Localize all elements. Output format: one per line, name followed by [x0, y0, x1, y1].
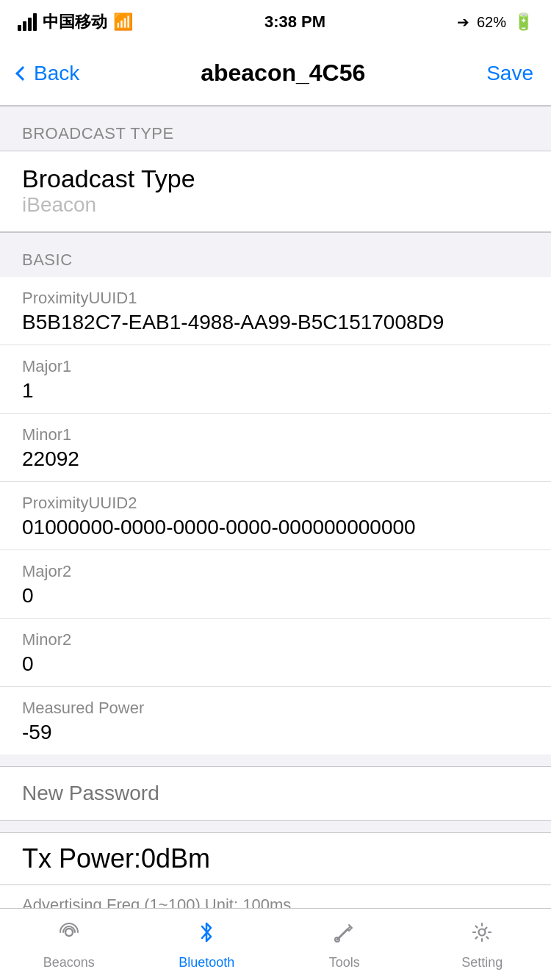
major1-label: Major1 — [22, 357, 529, 376]
minor2-value: 0 — [22, 652, 529, 676]
svg-point-0 — [65, 929, 73, 936]
save-button[interactable]: Save — [486, 62, 533, 85]
bluetooth-icon — [193, 919, 220, 952]
minor2-row[interactable]: Minor2 0 — [0, 619, 551, 687]
tab-setting-label: Setting — [461, 955, 503, 970]
tab-bluetooth-label: Bluetooth — [179, 955, 234, 970]
back-label: Back — [34, 62, 79, 85]
tab-bar: Beacons Bluetooth Tools Setting — [0, 908, 551, 980]
tab-bluetooth[interactable]: Bluetooth — [138, 919, 276, 970]
basic-section-header: BASIC — [0, 232, 551, 277]
proximity-uuid2-value: 01000000-0000-0000-0000-000000000000 — [22, 516, 529, 539]
broadcast-type-value: iBeacon — [22, 193, 529, 227]
broadcast-type-label: Broadcast Type — [22, 165, 529, 193]
major1-value: 1 — [22, 379, 529, 403]
nav-bar: Back abeacon_4C56 Save — [0, 41, 551, 106]
measured-power-label: Measured Power — [22, 699, 529, 718]
status-left: 中国移动 📶 — [18, 11, 133, 33]
minor1-value: 22092 — [22, 447, 529, 471]
tab-beacons[interactable]: Beacons — [0, 919, 138, 970]
battery-label: 62% — [477, 14, 506, 31]
password-row[interactable] — [0, 766, 551, 821]
basic-card: ProximityUUID1 B5B182C7-EAB1-4988-AA99-B… — [0, 277, 551, 754]
wifi-icon: 📶 — [113, 12, 133, 32]
measured-power-row[interactable]: Measured Power -59 — [0, 687, 551, 754]
minor2-label: Minor2 — [22, 630, 529, 649]
major1-row[interactable]: Major1 1 — [0, 345, 551, 414]
tab-tools[interactable]: Tools — [276, 919, 414, 970]
beacon-icon — [56, 919, 82, 952]
proximity-uuid1-label: ProximityUUID1 — [22, 289, 529, 308]
broadcast-type-card: Broadcast Type iBeacon — [0, 151, 551, 232]
broadcast-type-row[interactable]: Broadcast Type iBeacon — [0, 151, 551, 231]
new-password-input[interactable] — [22, 782, 529, 805]
major2-row[interactable]: Major2 0 — [0, 550, 551, 619]
minor1-row[interactable]: Minor1 22092 — [0, 414, 551, 482]
back-button[interactable]: Back — [18, 62, 79, 85]
proximity-uuid2-label: ProximityUUID2 — [22, 494, 529, 513]
chevron-left-icon — [15, 66, 30, 81]
page-title: abeacon_4C56 — [201, 60, 365, 87]
major2-label: Major2 — [22, 562, 529, 581]
tab-beacons-label: Beacons — [43, 955, 95, 970]
proximity-uuid1-row[interactable]: ProximityUUID1 B5B182C7-EAB1-4988-AA99-B… — [0, 277, 551, 345]
status-right: ➔ 62% 🔋 — [457, 12, 533, 32]
location-icon: ➔ — [457, 13, 469, 31]
svg-point-2 — [479, 929, 486, 935]
broadcast-type-section-header: BROADCAST TYPE — [0, 106, 551, 151]
tab-setting[interactable]: Setting — [414, 919, 552, 970]
proximity-uuid2-row[interactable]: ProximityUUID2 01000000-0000-0000-0000-0… — [0, 482, 551, 550]
carrier-label: 中国移动 — [43, 11, 107, 33]
status-time: 3:38 PM — [264, 12, 325, 32]
tx-power-row[interactable]: Tx Power:0dBm — [0, 832, 551, 885]
tx-power-label: Tx Power:0dBm — [22, 843, 529, 874]
measured-power-value: -59 — [22, 721, 529, 744]
battery-icon: 🔋 — [514, 12, 533, 32]
proximity-uuid1-value: B5B182C7-EAB1-4988-AA99-B5C1517008D9 — [22, 311, 529, 334]
status-bar: 中国移动 📶 3:38 PM ➔ 62% 🔋 — [0, 0, 551, 41]
major2-value: 0 — [22, 584, 529, 608]
signal-icon — [18, 13, 37, 31]
minor1-label: Minor1 — [22, 425, 529, 444]
tools-icon — [331, 919, 358, 952]
setting-icon — [469, 919, 495, 952]
tab-tools-label: Tools — [329, 955, 360, 970]
